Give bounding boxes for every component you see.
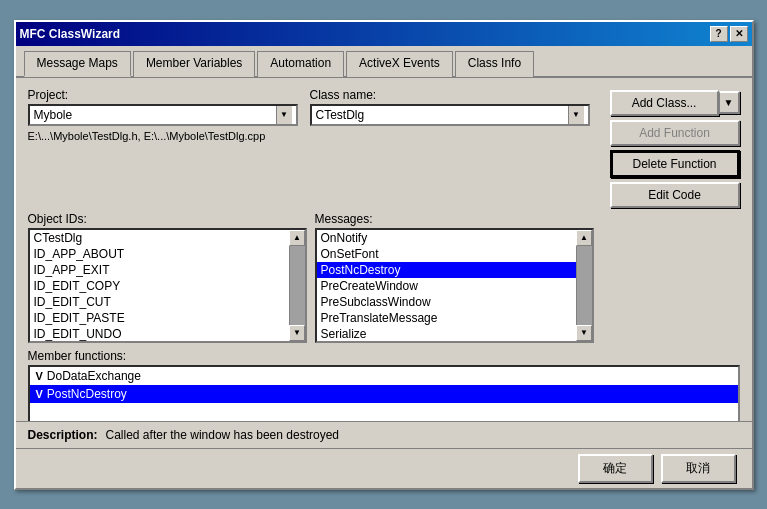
dialog-window: MFC ClassWizard ? ✕ Message Maps Member … (14, 20, 754, 490)
project-field-group: Project: Mybole ▼ (28, 88, 298, 126)
tab-activex-events[interactable]: ActiveX Events (346, 51, 453, 77)
add-class-group: Add Class... ▼ (610, 90, 740, 116)
tab-member-variables[interactable]: Member Variables (133, 51, 255, 77)
tab-message-maps[interactable]: Message Maps (24, 51, 131, 77)
classname-label: Class name: (310, 88, 590, 102)
member-name[interactable]: PostNcDestroy (47, 387, 127, 401)
tab-class-info[interactable]: Class Info (455, 51, 534, 77)
list-item[interactable]: PostNcDestroy (317, 262, 592, 278)
object-ids-group: Object IDs: CTestDlg ID_APP_ABOUT ID_APP… (28, 212, 307, 343)
list-item[interactable]: PreTranslateMessage (317, 310, 592, 326)
member-item[interactable]: V PostNcDestroy (30, 385, 738, 403)
add-class-dropdown[interactable]: ▼ (719, 91, 740, 114)
scroll-up-btn[interactable]: ▲ (576, 230, 592, 246)
description-bar: Description: Called after the window has… (16, 421, 752, 448)
cancel-button[interactable]: 取消 (661, 454, 736, 483)
list-item[interactable]: PreSubclassWindow (317, 294, 592, 310)
project-value: Mybole (34, 108, 73, 122)
messages-group: Messages: OnNotify OnSetFont PostNcDestr… (315, 212, 594, 343)
list-item[interactable]: PreCreateWindow (317, 278, 592, 294)
member-badge: V (36, 370, 43, 382)
member-item[interactable]: V DoDataExchange (30, 367, 738, 385)
list-item[interactable]: OnSetFont (317, 246, 592, 262)
title-bar: MFC ClassWizard ? ✕ (16, 22, 752, 46)
list-item[interactable]: ID_APP_ABOUT (30, 246, 305, 262)
add-class-button[interactable]: Add Class... (610, 90, 719, 116)
description-text: Called after the window has been destroy… (106, 428, 339, 442)
project-combo[interactable]: Mybole ▼ (28, 104, 298, 126)
object-ids-scrollbar[interactable]: ▲ ▼ (289, 230, 305, 341)
project-dropdown-arrow[interactable]: ▼ (276, 106, 292, 124)
tab-automation[interactable]: Automation (257, 51, 344, 77)
scroll-down-btn[interactable]: ▼ (289, 325, 305, 341)
title-bar-buttons: ? ✕ (710, 26, 748, 42)
left-panel: Project: Mybole ▼ Class name: CTestDlg ▼ (28, 88, 602, 208)
member-functions-label: Member functions: (28, 349, 740, 363)
content-area: Project: Mybole ▼ Class name: CTestDlg ▼ (16, 78, 752, 461)
classname-dropdown-arrow[interactable]: ▼ (568, 106, 584, 124)
add-function-button[interactable]: Add Function (610, 120, 740, 146)
list-item[interactable]: ID_EDIT_CUT (30, 294, 305, 310)
list-item[interactable]: ID_EDIT_UNDO (30, 326, 305, 342)
help-button[interactable]: ? (710, 26, 728, 42)
scroll-track[interactable] (577, 246, 592, 325)
scroll-down-btn[interactable]: ▼ (576, 325, 592, 341)
list-item[interactable]: Serialize (317, 326, 592, 342)
right-panel-spacer (602, 212, 740, 343)
lists-row: Object IDs: CTestDlg ID_APP_ABOUT ID_APP… (28, 212, 740, 343)
scroll-track[interactable] (290, 246, 305, 325)
edit-code-button[interactable]: Edit Code (610, 182, 740, 208)
bottom-bar: 确定 取消 (16, 448, 752, 488)
classname-combo[interactable]: CTestDlg ▼ (310, 104, 590, 126)
description-label: Description: (28, 428, 98, 442)
list-item[interactable]: ID_APP_EXIT (30, 262, 305, 278)
filepath: E:\...\Mybole\TestDlg.h, E:\...\Mybole\T… (28, 130, 602, 142)
project-label: Project: (28, 88, 298, 102)
ok-button[interactable]: 确定 (578, 454, 653, 483)
list-item[interactable]: OnNotify (317, 230, 592, 246)
object-ids-list[interactable]: CTestDlg ID_APP_ABOUT ID_APP_EXIT ID_EDI… (28, 228, 307, 343)
window-title: MFC ClassWizard (20, 27, 121, 41)
member-badge: V (36, 388, 43, 400)
close-button[interactable]: ✕ (730, 26, 748, 42)
messages-scrollbar[interactable]: ▲ ▼ (576, 230, 592, 341)
classname-field-group: Class name: CTestDlg ▼ (310, 88, 590, 126)
member-name[interactable]: DoDataExchange (47, 369, 141, 383)
scroll-up-btn[interactable]: ▲ (289, 230, 305, 246)
right-button-panel: Add Class... ▼ Add Function Delete Funct… (610, 88, 740, 208)
delete-function-button[interactable]: Delete Function (610, 150, 740, 178)
object-ids-label: Object IDs: (28, 212, 307, 226)
messages-label: Messages: (315, 212, 594, 226)
list-item[interactable]: CTestDlg (30, 230, 305, 246)
messages-list[interactable]: OnNotify OnSetFont PostNcDestroy PreCrea… (315, 228, 594, 343)
list-item[interactable]: ID_EDIT_PASTE (30, 310, 305, 326)
tab-bar: Message Maps Member Variables Automation… (16, 46, 752, 78)
list-item[interactable]: ID_EDIT_COPY (30, 278, 305, 294)
classname-value: CTestDlg (316, 108, 365, 122)
